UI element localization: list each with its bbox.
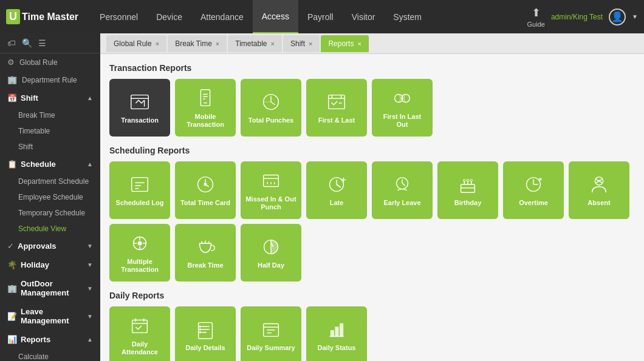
daily-summary-icon	[259, 318, 283, 341]
logo-text: Time Master	[22, 12, 78, 22]
sidebar-section-leave[interactable]: 📝 Leave Management ▼	[0, 302, 100, 330]
card-daily-details-label: Daily Details	[185, 344, 225, 352]
card-absent[interactable]: Absent	[569, 161, 629, 219]
sidebar-item-break-time[interactable]: Break Time	[0, 107, 100, 123]
schedule-chevron-icon: ▲	[87, 161, 93, 167]
first-last-icon	[325, 90, 348, 113]
svg-rect-81	[331, 331, 334, 337]
svg-point-75	[200, 332, 201, 333]
tab-break-time[interactable]: Break Time ×	[168, 35, 227, 52]
card-break-time[interactable]: Break Time	[175, 224, 236, 282]
svg-rect-27	[264, 175, 279, 186]
card-first-last[interactable]: First & Last	[306, 79, 367, 137]
reports-chevron-icon: ▲	[87, 336, 93, 343]
card-break-time-label: Break Time	[187, 261, 223, 269]
sidebar-item-shift[interactable]: Shift	[0, 139, 100, 155]
card-half-day[interactable]: Half Day	[241, 224, 301, 282]
card-daily-summary[interactable]: Daily Summary	[241, 306, 301, 361]
card-birthday[interactable]: Birthday	[437, 161, 498, 219]
scheduled-log-icon	[128, 173, 151, 196]
card-missed-in-out-label: Missed In & Out Punch	[245, 195, 296, 211]
card-first-in-last-out-label: First In Last Out	[377, 113, 428, 129]
absent-icon	[587, 173, 611, 196]
card-daily-details[interactable]: Daily Details	[175, 306, 236, 361]
tab-reports[interactable]: Reports ×	[321, 35, 368, 52]
sidebar-item-emp-schedule[interactable]: Employee Schedule	[0, 189, 100, 205]
svg-rect-38	[461, 184, 475, 192]
tag-icon[interactable]: 🏷	[7, 38, 16, 48]
card-first-in-last-out[interactable]: First In Last Out	[372, 79, 433, 137]
tab-shift-close[interactable]: ×	[309, 40, 312, 47]
card-late[interactable]: Late	[306, 161, 367, 219]
card-transaction[interactable]: Transaction	[109, 79, 170, 137]
sidebar-item-timetable[interactable]: Timetable	[0, 123, 100, 139]
sidebar-item-dept-schedule[interactable]: Department Schedule	[0, 174, 100, 189]
scheduling-reports-label: Scheduling Reports	[109, 146, 635, 155]
sidebar-item-temp-schedule[interactable]: Temporary Schedule	[0, 205, 100, 221]
guide-button[interactable]: ⬆ Guide	[527, 6, 545, 28]
outdoor-chevron-icon: ▼	[87, 285, 93, 292]
tab-global-rule-close[interactable]: ×	[156, 40, 159, 47]
card-mobile-transaction[interactable]: Mobile Transaction	[175, 79, 236, 137]
card-total-punches[interactable]: Total Punches	[241, 79, 301, 137]
svg-point-74	[200, 329, 201, 330]
nav-access[interactable]: Access	[253, 0, 298, 33]
card-daily-status[interactable]: Daily Status	[306, 306, 367, 361]
sidebar-top-icons: 🏷 🔍 ☰	[0, 33, 100, 53]
mobile-transaction-icon	[194, 87, 217, 110]
sidebar-item-calculate[interactable]: Calculate	[0, 349, 100, 361]
list-icon[interactable]: ☰	[38, 38, 46, 48]
card-daily-attendance-label: Daily Attendance	[114, 340, 165, 356]
card-scheduled-log-label: Scheduled Log	[116, 199, 164, 207]
card-multiple-transaction[interactable]: Multiple Transaction	[109, 224, 170, 282]
tab-timetable[interactable]: Timetable ×	[228, 35, 282, 52]
sidebar-section-holiday[interactable]: 🌴 Holiday ▼	[0, 255, 100, 274]
leave-icon: 📝	[7, 312, 17, 321]
total-punches-icon	[259, 90, 283, 113]
sidebar-section-outdoor[interactable]: 🏢 OutDoor Management ▼	[0, 274, 100, 302]
transaction-reports-label: Transaction Reports	[109, 63, 635, 73]
nav-system[interactable]: System	[384, 0, 431, 33]
tab-shift[interactable]: Shift ×	[283, 35, 320, 52]
nav-attendance[interactable]: Attendance	[191, 0, 253, 33]
sidebar-item-schedule-view[interactable]: Schedule View	[0, 221, 100, 237]
sidebar-section-shift[interactable]: 📅 Shift ▲	[0, 89, 100, 107]
dept-icon: 🏢	[7, 75, 17, 84]
sidebar-section-approvals[interactable]: ✓ Approvals ▼	[0, 237, 100, 255]
nav-device[interactable]: Device	[147, 0, 191, 33]
tab-break-time-close[interactable]: ×	[216, 40, 219, 47]
card-first-last-label: First & Last	[318, 116, 355, 124]
sidebar-section-schedule[interactable]: 📋 Schedule ▲	[0, 155, 100, 174]
nav-payroll[interactable]: Payroll	[298, 0, 343, 33]
svg-line-10	[271, 102, 275, 105]
tab-timetable-close[interactable]: ×	[271, 40, 275, 47]
svg-line-34	[337, 184, 341, 187]
sidebar-section-reports[interactable]: 📊 Reports ▲	[0, 330, 100, 349]
nav-personnel[interactable]: Personnel	[91, 0, 147, 33]
svg-rect-65	[132, 320, 148, 332]
card-overtime[interactable]: Overtime	[503, 161, 564, 219]
card-scheduled-log[interactable]: Scheduled Log	[109, 161, 170, 219]
sidebar-item-department-rule[interactable]: 🏢 Department Rule	[0, 71, 100, 89]
nav-visitor[interactable]: Visitor	[343, 0, 385, 33]
tab-global-rule[interactable]: Global Rule ×	[106, 35, 166, 52]
card-half-day-label: Half Day	[258, 261, 284, 269]
user-dropdown-icon[interactable]: ▼	[632, 13, 638, 20]
transaction-reports-grid: Transaction Mobile Transaction	[109, 79, 635, 137]
card-daily-attendance[interactable]: Daily Attendance	[109, 306, 170, 361]
svg-line-37	[402, 184, 405, 186]
sidebar-item-global-rule[interactable]: ⚙ Global Rule	[0, 53, 100, 71]
reports-icon: 📊	[7, 335, 17, 344]
tab-reports-close[interactable]: ×	[357, 40, 361, 47]
svg-point-26	[204, 184, 207, 186]
logo[interactable]: U Time Master	[6, 9, 78, 24]
first-in-last-out-icon	[391, 87, 414, 110]
holiday-icon: 🌴	[7, 260, 17, 269]
card-missed-in-out[interactable]: Missed In & Out Punch	[241, 161, 301, 219]
search-icon[interactable]: 🔍	[22, 38, 32, 48]
svg-rect-3	[200, 90, 210, 106]
card-early-leave[interactable]: Early Leave	[372, 161, 433, 219]
user-avatar[interactable]: 👤	[609, 8, 626, 25]
card-total-time-card[interactable]: Total Time Card	[175, 161, 236, 219]
daily-details-icon	[194, 318, 217, 341]
